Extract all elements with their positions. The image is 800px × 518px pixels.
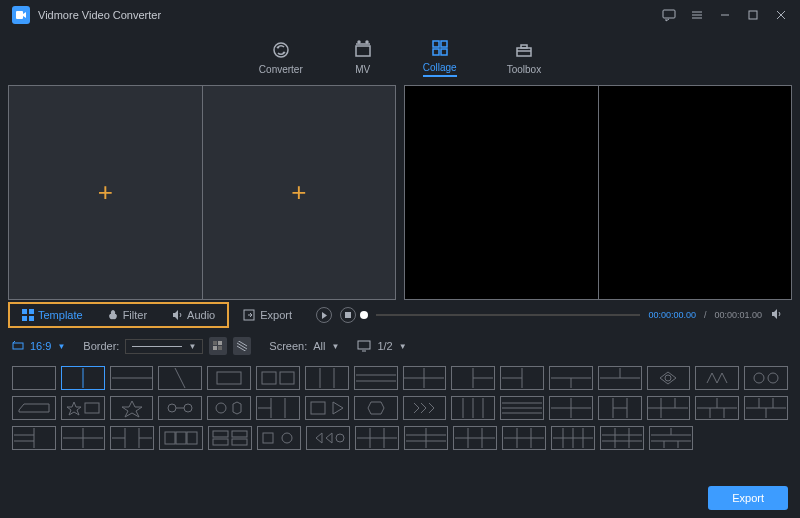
template-item[interactable] xyxy=(257,426,301,450)
minimize-icon[interactable] xyxy=(718,8,732,22)
svg-point-64 xyxy=(184,404,192,412)
collage-slot-1[interactable]: + xyxy=(9,86,203,299)
svg-point-66 xyxy=(216,403,226,413)
template-item[interactable] xyxy=(453,426,497,450)
border-pattern-button[interactable] xyxy=(233,337,251,355)
template-item[interactable] xyxy=(403,366,447,390)
tab-audio[interactable]: Audio xyxy=(159,304,227,326)
template-item[interactable] xyxy=(451,366,495,390)
template-item[interactable] xyxy=(158,396,202,420)
template-item[interactable] xyxy=(61,426,105,450)
svg-marker-58 xyxy=(660,372,676,384)
tab-group: Template Filter Audio xyxy=(8,302,229,328)
collage-canvas: + + xyxy=(8,85,396,300)
template-item[interactable] xyxy=(12,426,56,450)
svg-rect-6 xyxy=(749,11,757,19)
template-item[interactable] xyxy=(451,396,495,420)
nav-collage[interactable]: Collage xyxy=(423,38,457,77)
add-icon: + xyxy=(291,177,306,208)
template-item[interactable] xyxy=(549,366,593,390)
template-item[interactable] xyxy=(12,396,56,420)
border-color-button[interactable] xyxy=(209,337,227,355)
svg-rect-26 xyxy=(345,312,351,318)
stop-button[interactable] xyxy=(340,307,356,323)
template-item[interactable] xyxy=(695,396,739,420)
progress-handle[interactable] xyxy=(360,311,368,319)
template-item[interactable] xyxy=(649,426,693,450)
svg-rect-110 xyxy=(213,439,228,445)
feedback-icon[interactable] xyxy=(662,8,676,22)
template-item[interactable] xyxy=(159,426,203,450)
template-item[interactable] xyxy=(744,396,788,420)
template-item[interactable] xyxy=(500,366,544,390)
template-item[interactable] xyxy=(306,426,350,450)
template-item[interactable] xyxy=(549,396,593,420)
template-item[interactable] xyxy=(695,366,739,390)
progress-bar[interactable] xyxy=(376,314,640,316)
svg-point-63 xyxy=(168,404,176,412)
template-item[interactable] xyxy=(208,426,252,450)
tab-export[interactable]: Export xyxy=(229,309,306,321)
svg-rect-111 xyxy=(232,431,247,437)
border-line-preview xyxy=(132,346,182,347)
volume-icon[interactable] xyxy=(770,308,782,322)
template-item[interactable] xyxy=(647,366,691,390)
template-item[interactable] xyxy=(256,396,300,420)
preview-canvas xyxy=(404,85,792,300)
template-item[interactable] xyxy=(110,366,154,390)
template-item[interactable] xyxy=(598,396,642,420)
template-item[interactable] xyxy=(207,396,251,420)
nav-toolbox[interactable]: Toolbox xyxy=(507,40,541,75)
template-item[interactable] xyxy=(502,426,546,450)
chevron-down-icon: ▼ xyxy=(399,342,407,351)
play-button[interactable] xyxy=(316,307,332,323)
svg-line-33 xyxy=(237,343,247,349)
nav-mv[interactable]: MV xyxy=(353,40,373,75)
aspect-ratio-select[interactable]: 16:9 ▼ xyxy=(12,340,65,352)
export-button[interactable]: Export xyxy=(708,486,788,510)
template-icon xyxy=(22,309,34,321)
template-item[interactable] xyxy=(404,426,448,450)
template-item[interactable] xyxy=(647,396,691,420)
collage-slot-2[interactable]: + xyxy=(203,86,396,299)
template-item[interactable] xyxy=(598,366,642,390)
template-item[interactable] xyxy=(305,396,349,420)
template-item[interactable] xyxy=(600,426,644,450)
template-item[interactable] xyxy=(61,366,105,390)
close-icon[interactable] xyxy=(774,8,788,22)
template-item[interactable] xyxy=(12,366,56,390)
template-item[interactable] xyxy=(110,396,154,420)
template-item[interactable] xyxy=(256,366,300,390)
template-item[interactable] xyxy=(110,426,154,450)
template-item[interactable] xyxy=(158,366,202,390)
template-item[interactable] xyxy=(744,366,788,390)
svg-point-60 xyxy=(754,373,764,383)
maximize-icon[interactable] xyxy=(746,8,760,22)
template-item[interactable] xyxy=(403,396,447,420)
template-item[interactable] xyxy=(551,426,595,450)
svg-rect-18 xyxy=(517,48,531,56)
tab-template[interactable]: Template xyxy=(10,304,95,326)
template-item[interactable] xyxy=(305,366,349,390)
page-control[interactable]: 1/2 ▼ xyxy=(357,340,406,352)
template-item[interactable] xyxy=(354,366,398,390)
template-item[interactable] xyxy=(207,366,251,390)
screen-select[interactable]: All ▼ xyxy=(313,340,339,352)
tab-filter[interactable]: Filter xyxy=(95,304,159,326)
chevron-down-icon: ▼ xyxy=(57,342,65,351)
svg-rect-24 xyxy=(29,316,34,321)
template-item[interactable] xyxy=(500,396,544,420)
svg-line-40 xyxy=(175,368,185,388)
menu-icon[interactable] xyxy=(690,8,704,22)
nav-converter[interactable]: Converter xyxy=(259,40,303,75)
controls-row: 16:9 ▼ Border: ▼ Screen: All ▼ 1/2 ▼ xyxy=(0,330,800,362)
template-item[interactable] xyxy=(61,396,105,420)
border-style-select[interactable]: ▼ xyxy=(125,339,203,354)
border-control: Border: ▼ xyxy=(83,337,251,355)
svg-point-115 xyxy=(336,434,344,442)
add-icon: + xyxy=(98,177,113,208)
template-item[interactable] xyxy=(355,426,399,450)
template-item[interactable] xyxy=(354,396,398,420)
workspace: + + xyxy=(0,85,800,300)
svg-rect-106 xyxy=(165,432,175,444)
